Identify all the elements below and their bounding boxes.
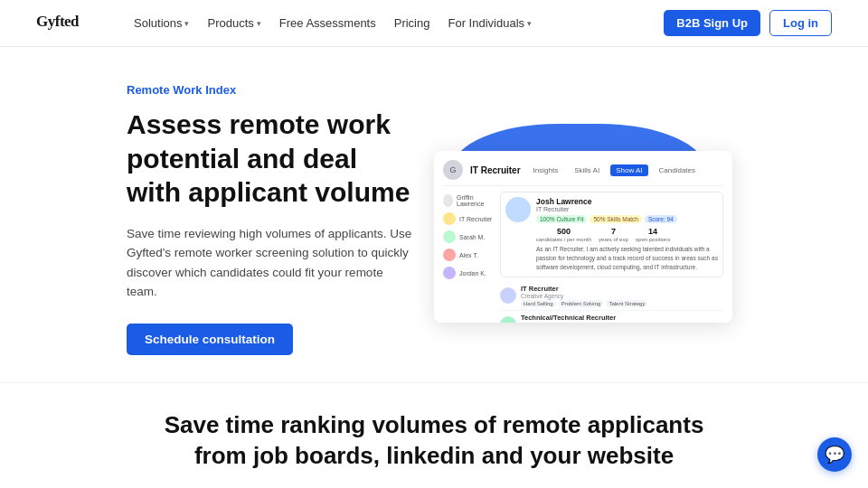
hero-section: Remote Work Index Assess remote work pot… (0, 47, 868, 382)
hero-description: Save time reviewing high volumes of appl… (127, 224, 416, 302)
mini-info: IT Recruiter Creative Agency Hard Sellin… (521, 285, 723, 307)
dashboard-header: G IT Recruiter Insights Skills AI Show A… (443, 160, 723, 186)
logo[interactable]: Gyfted (36, 11, 108, 36)
sidebar-list: Griffin Lawrence IT Recruiter Sarah M. A… (443, 192, 493, 323)
svg-text:Gyfted: Gyfted (36, 13, 80, 30)
chat-button[interactable]: 💬 (817, 437, 852, 472)
candidate-name: Josh Lawrence (536, 197, 718, 206)
list-item[interactable]: IT Recruiter Creative Agency Hard Sellin… (500, 282, 723, 311)
sidebar-item[interactable]: Griffin Lawrence (443, 192, 493, 210)
hero-left: Remote Work Index Assess remote work pot… (127, 83, 416, 355)
candidate-description: As an IT Recruiter, I am actively seekin… (536, 245, 718, 271)
mini-tag: Hard Selling (521, 300, 556, 307)
tag-skills: 50% Skills Match (590, 215, 642, 223)
dashboard-tabs: Insights Skills AI Show AI Candidates (528, 164, 701, 176)
mini-name: Technical/Technical Recruiter (521, 314, 723, 322)
mini-tags: Hard Selling Problem Solving Talent Stra… (521, 300, 723, 307)
hero-dashboard: G IT Recruiter Insights Skills AI Show A… (416, 124, 741, 314)
dashboard-title: IT Recruiter (470, 165, 521, 175)
mini-info: Technical/Technical Recruiter Creative A… (521, 314, 723, 324)
sidebar-item[interactable]: Jordan K. (443, 264, 493, 282)
sidebar-avatar (443, 230, 456, 243)
stat-experience: 7 years of exp (599, 227, 628, 242)
candidate-role: IT Recruiter (536, 206, 718, 212)
hero-title: Assess remote work potential and deal wi… (127, 108, 416, 210)
mini-name: IT Recruiter (521, 285, 723, 293)
sidebar-item[interactable]: IT Recruiter (443, 210, 493, 228)
tab-insights[interactable]: Insights (528, 164, 564, 176)
nav-individuals[interactable]: For Individuals ▾ (448, 16, 532, 30)
tab-skills[interactable]: Skills AI (569, 164, 605, 176)
tag-score: Score: 94 (645, 215, 677, 223)
sidebar-avatar (443, 194, 453, 207)
nav-left: Gyfted Solutions ▾ Products ▾ Free Asses… (36, 11, 532, 36)
nav-free-assessments[interactable]: Free Assessments (279, 16, 376, 30)
candidate-stats: 500 candidates / per month 7 years of ex… (536, 227, 718, 242)
sidebar-avatar (443, 267, 456, 279)
chevron-down-icon: ▾ (527, 19, 532, 28)
dashboard-avatar: G (443, 160, 463, 180)
chevron-down-icon: ▾ (184, 19, 189, 28)
nav-right: B2B Sign Up Log in (664, 10, 832, 36)
mini-candidate-list: IT Recruiter Creative Agency Hard Sellin… (500, 282, 723, 324)
dashboard-main: Josh Lawrence IT Recruiter 100% Culture … (500, 192, 723, 323)
navbar: Gyfted Solutions ▾ Products ▾ Free Asses… (0, 0, 868, 47)
hero-tag: Remote Work Index (127, 83, 416, 97)
nav-pricing[interactable]: Pricing (394, 16, 430, 30)
mini-role: Creative Agency (521, 293, 723, 299)
stat-positions: 14 open positions (636, 227, 671, 242)
candidate-info: Josh Lawrence IT Recruiter 100% Culture … (536, 197, 718, 271)
b2b-signup-button[interactable]: B2B Sign Up (664, 10, 760, 36)
candidate-card: Josh Lawrence IT Recruiter 100% Culture … (500, 192, 723, 277)
mini-avatar (500, 316, 516, 323)
login-button[interactable]: Log in (769, 10, 832, 36)
list-item[interactable]: Technical/Technical Recruiter Creative A… (500, 311, 723, 324)
dashboard-body: Griffin Lawrence IT Recruiter Sarah M. A… (443, 192, 723, 323)
tab-candidates[interactable]: Candidates (654, 164, 701, 176)
nav-links: Solutions ▾ Products ▾ Free Assessments … (134, 16, 532, 30)
mini-role: Creative Agency (521, 322, 723, 324)
sidebar-avatar (443, 212, 456, 225)
tab-show[interactable]: Show AI (610, 164, 647, 176)
candidate-avatar (505, 197, 531, 222)
nav-solutions[interactable]: Solutions ▾ (134, 16, 189, 30)
chevron-down-icon: ▾ (257, 19, 261, 28)
mini-tag: Problem Solving (559, 300, 604, 307)
sidebar-item[interactable]: Alex T. (443, 246, 493, 264)
sidebar-avatar (443, 249, 456, 261)
dashboard-card: G IT Recruiter Insights Skills AI Show A… (434, 151, 732, 323)
stat-candidates: 500 candidates / per month (536, 227, 591, 242)
chat-icon: 💬 (825, 445, 844, 465)
nav-products[interactable]: Products ▾ (207, 16, 260, 30)
tag-culture: 100% Culture Fit (536, 215, 587, 223)
mini-tag: Talent Strategy (606, 300, 647, 307)
bottom-section: Save time ranking volumes of remote appl… (0, 383, 868, 488)
schedule-consultation-button[interactable]: Schedule consultation (127, 324, 293, 355)
section-title: Save time ranking volumes of remote appl… (163, 410, 705, 472)
sidebar-item[interactable]: Sarah M. (443, 228, 493, 246)
candidate-tags: 100% Culture Fit 50% Skills Match Score:… (536, 215, 718, 223)
mini-avatar (500, 287, 516, 304)
